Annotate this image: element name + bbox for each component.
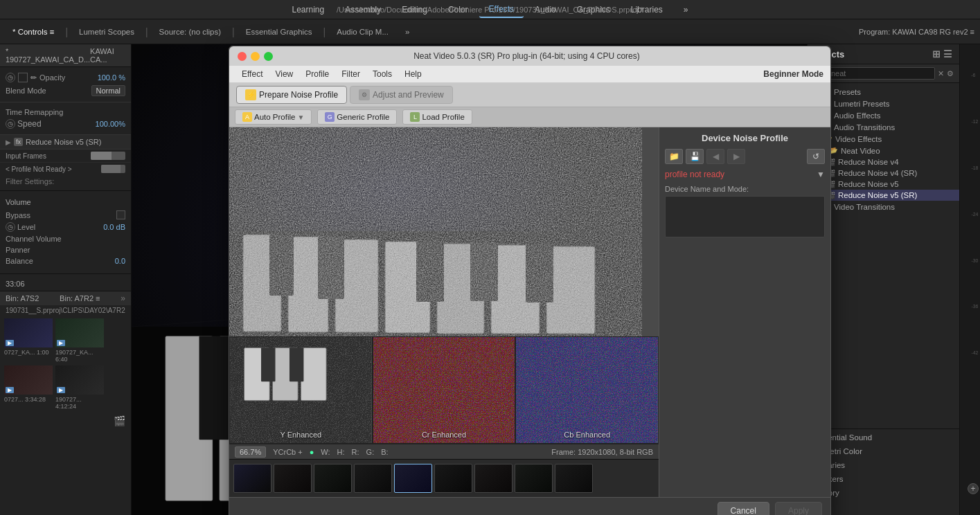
neat-menu-help[interactable]: Help bbox=[399, 67, 427, 81]
neat-dialog-title: Neat Video 5.0.3 (SR) Pro plug-in (64-bi… bbox=[413, 51, 640, 61]
input-frames-row: Input Frames bbox=[0, 150, 131, 163]
film-frame-8[interactable] bbox=[555, 464, 593, 493]
profile-not-ready-row: < Profile Not Ready > bbox=[0, 163, 131, 175]
preview-statusbar: 66.7% YCrCb + ● W: H: R: G: B: Frame: 19… bbox=[229, 444, 659, 459]
film-frame-3[interactable] bbox=[354, 464, 392, 493]
thumb-item-3[interactable]: ▶ 190727... 4:12:24 bbox=[55, 365, 104, 410]
film-frame-4[interactable] bbox=[394, 464, 432, 493]
film-frame-0[interactable] bbox=[233, 464, 271, 493]
balance-value[interactable]: 0.0 bbox=[115, 257, 125, 265]
input-frames-label: Input Frames bbox=[6, 152, 46, 160]
clear-search-icon[interactable]: ✕ bbox=[938, 69, 944, 78]
opacity-value[interactable]: 100.0 % bbox=[98, 73, 125, 82]
device-noise-panel: Device Noise Profile 📁 💾 ◀ ▶ ↺ profile n… bbox=[659, 127, 830, 497]
generic-profile-button[interactable]: G Generic Profile bbox=[317, 109, 397, 125]
section-divider-2 bbox=[0, 273, 131, 274]
neat-menu-tools[interactable]: Tools bbox=[367, 67, 398, 81]
b-label: B: bbox=[381, 448, 388, 456]
effects-list-icon[interactable]: ☰ bbox=[943, 48, 952, 60]
neat-menu-effect[interactable]: Effect bbox=[236, 67, 268, 81]
level-label: Level bbox=[17, 223, 35, 231]
load-profile-button[interactable]: L Load Profile bbox=[402, 109, 472, 125]
auto-profile-button[interactable]: A Auto Profile ▼ bbox=[235, 109, 312, 125]
menu-tab-learning[interactable]: Learning bbox=[282, 2, 334, 17]
noise-thumb-cb: Cb Enhanced bbox=[515, 336, 659, 444]
panel-tab-controls[interactable]: * Controls ≡ bbox=[6, 25, 61, 39]
load-profile-label: Load Profile bbox=[422, 113, 464, 121]
thumb-item-0[interactable]: ▶ 0727_KA... 1:00 bbox=[4, 318, 53, 363]
panel-tab-graphics[interactable]: Essential Graphics bbox=[239, 25, 319, 39]
g-label: G: bbox=[366, 448, 375, 456]
reduce-v5-label: Reduce Noise v5 bbox=[838, 180, 899, 188]
film-frame-1[interactable] bbox=[274, 464, 312, 493]
clip-name: * 190727_KAWAI_CA_D... bbox=[6, 47, 90, 64]
time-remapping-row: Time Remapping bbox=[6, 107, 125, 118]
save-icon-btn[interactable]: 💾 bbox=[686, 149, 704, 164]
bypass-checkbox[interactable] bbox=[116, 210, 125, 219]
folder-icon-btn[interactable]: 📁 bbox=[665, 149, 683, 164]
panel-tab-audio-clip[interactable]: Audio Clip M... bbox=[330, 25, 395, 39]
time-remapping-label: Time Remapping bbox=[6, 108, 63, 116]
main-layout: * 190727_KAWAI_CA_D... KAWAI CA... ◷ ✏ O… bbox=[0, 44, 980, 515]
svg-rect-36 bbox=[261, 347, 275, 381]
neat-beginner-mode[interactable]: Beginner Mode bbox=[763, 69, 823, 79]
speed-value[interactable]: 100.00% bbox=[96, 120, 125, 128]
bin-a7r2-label[interactable]: Bin: A7R2 ≡ bbox=[60, 294, 100, 302]
thumb-item-1[interactable]: ▶ 190727_KA... 6:40 bbox=[55, 318, 104, 363]
input-frames-fill bbox=[91, 152, 112, 160]
panel-tab-source[interactable]: Source: (no clips) bbox=[152, 25, 228, 39]
thumbnails-area: ▶ 0727_KA... 1:00 ▶ 190727_KA... 6:40 ▶ … bbox=[0, 316, 131, 413]
window-minimize-button[interactable] bbox=[251, 52, 260, 61]
bin-a7s2-label[interactable]: Bin: A7S2 bbox=[6, 294, 39, 302]
film-frame-6[interactable] bbox=[474, 464, 513, 493]
next-profile-btn[interactable]: ▶ bbox=[727, 149, 745, 164]
tab-prepare-noise[interactable]: ⚡ Prepare Noise Profile bbox=[236, 86, 347, 104]
film-frame-2[interactable] bbox=[314, 464, 352, 493]
apply-button[interactable]: Apply bbox=[775, 502, 822, 516]
film-frame-7[interactable] bbox=[515, 464, 553, 493]
preview-svg bbox=[229, 127, 642, 336]
meter-add-icon[interactable]: + bbox=[968, 483, 979, 494]
blend-mode-value[interactable]: Normal bbox=[91, 85, 125, 96]
meter-bars-container: -6 -12 -18 -24 -30 -36 -42 bbox=[963, 47, 977, 515]
speed-stopwatch-icon[interactable]: ◷ bbox=[6, 119, 15, 129]
zoom-level[interactable]: 66.7% bbox=[235, 446, 266, 458]
profile-bar[interactable] bbox=[101, 165, 125, 173]
menu-tab-more[interactable]: » bbox=[674, 2, 698, 17]
window-close-button[interactable] bbox=[238, 52, 247, 61]
search-input[interactable] bbox=[826, 67, 935, 80]
reduce-noise-title: Reduce Noise v5 (SR) bbox=[26, 138, 101, 146]
reset-profile-btn[interactable]: ↺ bbox=[807, 149, 825, 164]
device-name-box[interactable] bbox=[665, 196, 825, 237]
film-frame-5[interactable] bbox=[434, 464, 472, 493]
window-maximize-button[interactable] bbox=[264, 52, 273, 61]
auto-profile-arrow: ▼ bbox=[297, 114, 304, 121]
panel-tab-more[interactable]: » bbox=[398, 25, 416, 39]
r-label: R: bbox=[352, 448, 359, 456]
neat-tabs: ⚡ Prepare Noise Profile ⚙ Adjust and Pre… bbox=[229, 83, 830, 107]
opacity-label: Opacity bbox=[39, 73, 65, 82]
level-value[interactable]: 0.0 dB bbox=[103, 223, 125, 231]
stopwatch-icon[interactable]: ◷ bbox=[6, 73, 15, 82]
profile-dropdown-arrow[interactable]: ▼ bbox=[817, 170, 825, 179]
tab-adjust-preview[interactable]: ⚙ Adjust and Preview bbox=[350, 86, 453, 104]
thumb-label-1: 190727_KA... 6:40 bbox=[55, 349, 104, 363]
clip-icon[interactable]: 🎬 bbox=[114, 415, 125, 426]
level-stopwatch-icon[interactable]: ◷ bbox=[6, 222, 15, 232]
noise-y-svg bbox=[230, 337, 372, 443]
thumb-row-1: ▶ 0727_KA... 1:00 ▶ 190727_KA... 6:40 bbox=[4, 318, 127, 363]
panel-tab-lumetri[interactable]: Lumetri Scopes bbox=[72, 25, 141, 39]
effects-settings-icon[interactable]: ⚙ bbox=[947, 69, 954, 78]
bin-more[interactable]: » bbox=[121, 293, 125, 303]
program-label[interactable]: Program: KAWAI CA98 RG rev2 ≡ bbox=[859, 28, 974, 36]
input-frames-bar[interactable] bbox=[91, 152, 125, 160]
filter-settings: Filter Settings: bbox=[0, 175, 131, 188]
cancel-button[interactable]: Cancel bbox=[718, 502, 769, 516]
thumb-item-2[interactable]: ▶ 0727... 3:34:28 bbox=[4, 365, 53, 410]
effects-grid-icon[interactable]: ⊞ bbox=[932, 48, 941, 60]
prev-profile-btn[interactable]: ◀ bbox=[706, 149, 724, 164]
neat-menu-profile[interactable]: Profile bbox=[300, 67, 335, 81]
neat-menu-view[interactable]: View bbox=[269, 67, 299, 81]
reduce-noise-toggle[interactable]: ▶ bbox=[6, 138, 11, 146]
neat-menu-filter[interactable]: Filter bbox=[336, 67, 366, 81]
